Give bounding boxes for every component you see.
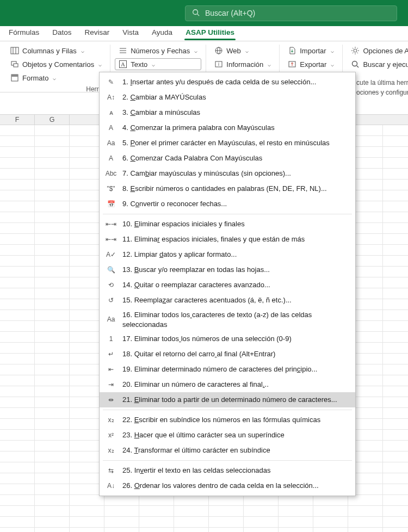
cell[interactable] — [383, 299, 408, 310]
cell[interactable] — [0, 462, 35, 473]
cell[interactable] — [35, 419, 70, 430]
cell[interactable] — [383, 484, 408, 495]
cell[interactable] — [279, 506, 313, 517]
cell[interactable] — [244, 495, 279, 506]
cell[interactable] — [35, 386, 70, 397]
cell[interactable] — [279, 517, 313, 528]
cell[interactable] — [35, 180, 70, 190]
menu-item-7[interactable]: Abc7. Cambiar mayúsculas y minúsculas (s… — [100, 166, 355, 181]
cell[interactable] — [383, 125, 408, 136]
cell[interactable] — [383, 354, 408, 364]
menu-item-25[interactable]: ⇆25. Invertir el texto en las celdas sel… — [100, 463, 355, 478]
column-header[interactable]: G — [35, 115, 70, 125]
cell[interactable] — [383, 190, 408, 201]
cell[interactable] — [0, 299, 35, 310]
cell[interactable] — [70, 528, 104, 532]
menu-item-5[interactable]: Aa5. Poner el primer carácter en Mayúscu… — [100, 135, 355, 151]
cell[interactable] — [383, 506, 408, 517]
cell[interactable] — [35, 310, 70, 321]
tab-ayuda[interactable]: Ayuda — [145, 26, 179, 41]
tab-revisar[interactable]: Revisar — [78, 26, 116, 41]
cell[interactable] — [35, 212, 70, 223]
cell[interactable] — [35, 364, 70, 375]
cell[interactable] — [174, 517, 209, 528]
menu-item-6[interactable]: A6. Comenzar Cada Palabra Con Mayúsculas — [100, 151, 355, 166]
cell[interactable] — [383, 288, 408, 299]
cell[interactable] — [313, 517, 348, 528]
cell[interactable] — [70, 495, 104, 506]
cell[interactable] — [35, 299, 70, 310]
cell[interactable] — [35, 484, 70, 495]
cell[interactable] — [383, 169, 408, 180]
cell[interactable] — [0, 397, 35, 408]
cell[interactable] — [0, 506, 35, 517]
tab-asap-utilities[interactable]: ASAP Utilities — [179, 26, 241, 41]
menu-item-21[interactable]: ⇹21. Eliminar todo a partir de un determ… — [100, 392, 355, 407]
cell[interactable] — [0, 364, 35, 375]
cell[interactable] — [0, 419, 35, 430]
cell[interactable] — [35, 528, 70, 532]
cell[interactable] — [0, 408, 35, 419]
cell[interactable] — [383, 441, 408, 451]
cell[interactable] — [383, 245, 408, 256]
cell[interactable] — [35, 136, 70, 147]
cell[interactable] — [383, 223, 408, 234]
menu-item-9[interactable]: 📅9. Convertir o reconocer fechas... — [100, 196, 355, 212]
tab-formulas[interactable]: Fórmulas — [2, 26, 46, 41]
cell[interactable] — [174, 495, 209, 506]
cell[interactable] — [383, 408, 408, 419]
cell[interactable] — [279, 495, 313, 506]
cell[interactable] — [104, 506, 139, 517]
cell[interactable] — [313, 495, 348, 506]
cell[interactable] — [104, 517, 139, 528]
cell[interactable] — [35, 267, 70, 277]
cell[interactable] — [35, 277, 70, 288]
cell[interactable] — [35, 201, 70, 212]
cell[interactable] — [383, 462, 408, 473]
cell[interactable] — [0, 528, 35, 532]
cell[interactable] — [0, 517, 35, 528]
import-button[interactable]: Importar⌵ — [284, 45, 338, 57]
cell[interactable] — [383, 147, 408, 158]
cell[interactable] — [35, 495, 70, 506]
cell[interactable] — [0, 234, 35, 245]
cell[interactable] — [244, 506, 279, 517]
cell[interactable] — [383, 430, 408, 441]
cell[interactable] — [383, 419, 408, 430]
menu-item-12[interactable]: A✓12. Limpiar datos y aplicar formato... — [100, 247, 355, 262]
cell[interactable] — [313, 506, 348, 517]
cell[interactable] — [0, 430, 35, 441]
text-button[interactable]: A Texto⌵ — [115, 58, 201, 70]
cell[interactable] — [0, 125, 35, 136]
menu-item-1[interactable]: ✎1. Insertar antes y/u después de cada c… — [100, 75, 355, 90]
menu-item-18[interactable]: ↵18. Quitar el retorno del carro al fina… — [100, 347, 355, 362]
cell[interactable] — [0, 386, 35, 397]
numbers-dates-button[interactable]: Números y Fechas⌵ — [115, 45, 201, 57]
cell[interactable] — [35, 506, 70, 517]
export-button[interactable]: Exportar⌵ — [284, 58, 338, 70]
cell[interactable] — [70, 506, 104, 517]
cell[interactable] — [139, 517, 174, 528]
cell[interactable] — [35, 223, 70, 234]
cell[interactable] — [0, 495, 35, 506]
cell[interactable] — [0, 473, 35, 484]
cell[interactable] — [0, 212, 35, 223]
cell[interactable] — [35, 245, 70, 256]
cell[interactable] — [0, 169, 35, 180]
cell[interactable] — [35, 462, 70, 473]
cell[interactable] — [383, 310, 408, 321]
cell[interactable] — [383, 473, 408, 484]
cell[interactable] — [0, 441, 35, 451]
cell[interactable] — [104, 495, 139, 506]
cell[interactable] — [209, 495, 244, 506]
cell[interactable] — [35, 517, 70, 528]
cell[interactable] — [35, 190, 70, 201]
cell[interactable] — [0, 201, 35, 212]
cell[interactable] — [0, 321, 35, 332]
cell[interactable] — [35, 473, 70, 484]
cell[interactable] — [0, 223, 35, 234]
menu-item-15[interactable]: ↺15. Reemplazar caracteres acentuados (á… — [100, 293, 355, 308]
cell[interactable] — [209, 506, 244, 517]
cell[interactable] — [35, 343, 70, 354]
menu-item-13[interactable]: 🔍13. Buscar y/o reemplazar en todas las … — [100, 262, 355, 277]
